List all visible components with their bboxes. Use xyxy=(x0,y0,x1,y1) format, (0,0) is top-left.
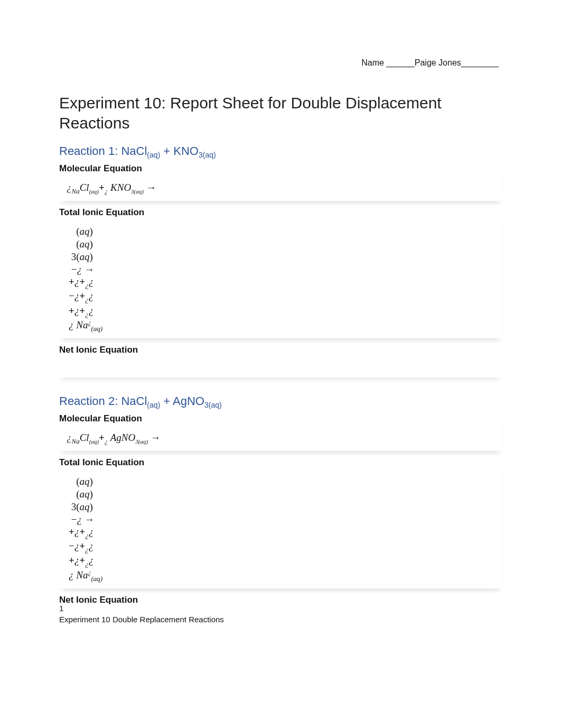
heading-sub2: 3(aq) xyxy=(204,401,222,409)
r1-net-ionic-section: Net Ionic Equation xyxy=(59,343,502,377)
cl: Cl xyxy=(80,182,89,193)
ionic-row: +¿+¿¿ xyxy=(69,275,502,290)
molecular-label: Molecular Equation xyxy=(59,163,502,174)
sub-3aq: 3(aq) xyxy=(135,438,148,445)
ionic-row: −¿ → xyxy=(69,263,502,276)
arrow-icon: → xyxy=(151,432,161,443)
plus-op: + xyxy=(99,182,105,193)
ionic-row: 3(aq) xyxy=(69,501,502,513)
sub-aq: (aq) xyxy=(89,438,99,445)
page: Name ______Paige Jones________ Experimen… xyxy=(0,0,561,605)
page-footer: 1 Experiment 10 Double Replacement React… xyxy=(59,603,224,625)
ionic-row: (aq) xyxy=(69,488,502,501)
r2-ionic-block: (aq) (aq) 3(aq) −¿ → +¿+¿¿ −¿+¿¿ +¿+¿¿ ¿… xyxy=(59,475,502,583)
heading-prefix: Reaction 1: NaCl xyxy=(59,144,147,158)
page-number: 1 xyxy=(59,603,224,614)
ionic-row: 3(aq) xyxy=(69,251,502,263)
placeholder-icon: ¿ xyxy=(67,432,72,443)
r2-total-ionic-section: Total Ionic Equation (aq) (aq) 3(aq) −¿ … xyxy=(59,455,502,588)
placeholder-icon: ¿ xyxy=(105,437,108,445)
ionic-row: (aq) xyxy=(69,238,502,251)
ionic-row: −¿ → xyxy=(69,513,502,526)
page-title: Experiment 10: Report Sheet for Double D… xyxy=(59,93,502,133)
sub-na: Na xyxy=(72,187,80,195)
name-field: Name ______Paige Jones________ xyxy=(59,58,502,68)
heading-sub2: 3(aq) xyxy=(199,151,216,159)
blank-pre: ______ xyxy=(386,58,414,67)
net-ionic-label: Net Ionic Equation xyxy=(59,345,502,355)
cl: Cl xyxy=(80,432,89,443)
ionic-row: ¿ Na¿(aq) xyxy=(69,569,502,583)
arrow-icon: → xyxy=(146,182,156,193)
heading-mid: + AgNO xyxy=(160,394,204,408)
heading-sub1: (aq) xyxy=(147,401,160,409)
placeholder-icon: ¿ xyxy=(105,187,108,195)
footer-text: Experiment 10 Double Replacement Reactio… xyxy=(59,614,224,625)
name-label: Name xyxy=(361,58,384,67)
reaction-1-heading: Reaction 1: NaCl(aq) + KNO3(aq) xyxy=(59,144,502,159)
kno: KNO xyxy=(110,182,131,193)
heading-sub1: (aq) xyxy=(147,151,160,159)
r2-molecular-equation: ¿NaCl(aq)+¿ AgNO3(aq) → xyxy=(59,431,502,446)
ionic-row: +¿+¿¿ xyxy=(69,305,502,319)
r1-ionic-block: (aq) (aq) 3(aq) −¿ → +¿+¿¿ −¿+¿¿ +¿+¿¿ ¿… xyxy=(59,225,502,333)
agno: AgNO xyxy=(110,432,136,443)
student-name: Paige Jones xyxy=(415,58,461,67)
sub-3aq: 3(aq) xyxy=(131,188,144,195)
total-ionic-label: Total Ionic Equation xyxy=(59,207,502,218)
reaction-2-heading: Reaction 2: NaCl(aq) + AgNO3(aq) xyxy=(59,394,502,409)
ionic-row: −¿+¿¿ xyxy=(69,540,502,554)
ionic-row: (aq) xyxy=(69,225,502,238)
blank-post: ________ xyxy=(461,58,499,67)
r1-molecular-section: Molecular Equation ¿NaCl(aq)+¿ KNO3(aq) … xyxy=(59,161,502,201)
placeholder-icon: ¿ xyxy=(67,182,72,193)
sub-aq: (aq) xyxy=(89,188,99,195)
plus-op: + xyxy=(99,432,105,443)
molecular-label: Molecular Equation xyxy=(59,413,502,424)
ionic-row: (aq) xyxy=(69,475,502,488)
r1-total-ionic-section: Total Ionic Equation (aq) (aq) 3(aq) −¿ … xyxy=(59,205,502,338)
sub-na: Na xyxy=(72,437,80,445)
ionic-row: +¿+¿¿ xyxy=(69,554,502,568)
r1-molecular-equation: ¿NaCl(aq)+¿ KNO3(aq) → xyxy=(59,181,502,196)
ionic-row: +¿+¿¿ xyxy=(69,526,502,540)
ionic-row: −¿+¿¿ xyxy=(69,290,502,304)
heading-prefix: Reaction 2: NaCl xyxy=(59,394,147,408)
ionic-row: ¿ Na¿(aq) xyxy=(69,319,502,333)
heading-mid: + KNO xyxy=(160,144,199,158)
total-ionic-label: Total Ionic Equation xyxy=(59,457,502,468)
r2-molecular-section: Molecular Equation ¿NaCl(aq)+¿ AgNO3(aq)… xyxy=(59,411,502,451)
